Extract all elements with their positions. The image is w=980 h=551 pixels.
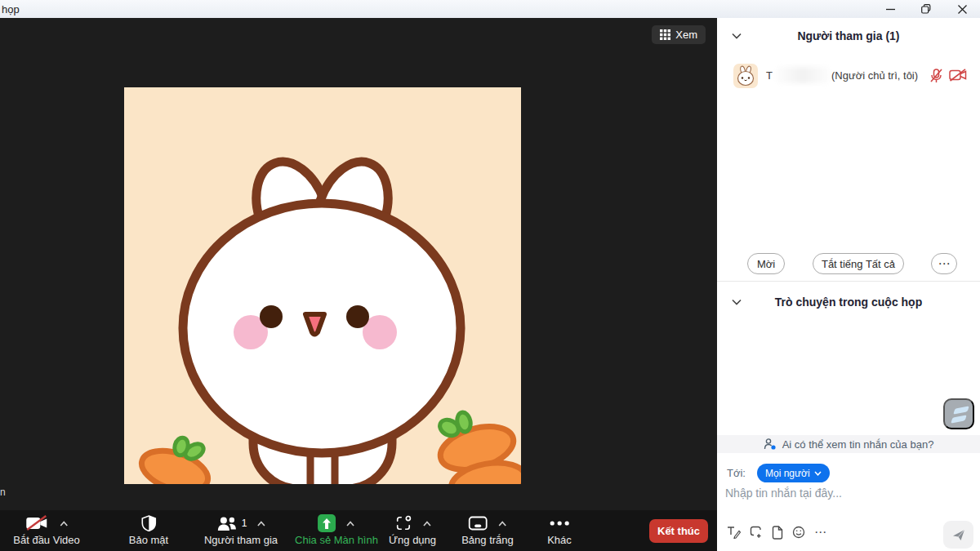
widget-glyph-icon <box>951 415 967 423</box>
meeting-toolbar: Bắt đầu Video Bảo mật <box>0 510 717 551</box>
apps-label: Ứng dụng <box>389 534 436 546</box>
share-screen-label: Chia sẻ Màn hình <box>295 534 378 546</box>
chat-to-label: Tới: <box>727 467 746 479</box>
chat-compose-toolbar: ⋯ <box>727 525 826 540</box>
format-text-icon[interactable] <box>727 526 741 539</box>
file-icon[interactable] <box>772 526 783 540</box>
participant-name-redaction <box>776 67 830 83</box>
apps-button[interactable]: Ứng dụng <box>389 510 436 551</box>
send-icon <box>952 529 965 541</box>
participant-row[interactable]: T (Người chủ trì, tôi) <box>717 62 980 90</box>
bunny-video-feed <box>124 87 521 484</box>
minimize-button[interactable] <box>872 0 908 18</box>
window-controls <box>872 0 980 18</box>
participants-count-badge: 1 <box>242 518 247 529</box>
chat-privacy-band[interactable]: Ai có thể xem tin nhắn của bạn? <box>717 435 980 453</box>
emoji-icon[interactable] <box>792 526 805 539</box>
participant-role: (Người chủ trì, tôi) <box>831 69 918 82</box>
security-button[interactable]: Bảo mật <box>129 510 168 551</box>
screenshot-icon[interactable] <box>750 526 763 539</box>
compose-more-button[interactable]: ⋯ <box>814 525 826 540</box>
send-message-button[interactable] <box>943 521 973 549</box>
participant-avatar <box>733 64 758 88</box>
more-label: Khác <box>547 534 572 546</box>
participants-icon <box>216 516 238 531</box>
camera-off-icon <box>24 515 49 531</box>
floating-widget-button[interactable] <box>943 398 974 429</box>
chat-recipient-value: Mọi người <box>765 468 810 479</box>
sidebar: Người tham gia (1) T (Người chủ trì, tôi… <box>717 18 980 551</box>
chevron-up-icon[interactable] <box>498 521 506 527</box>
mute-all-button[interactable]: Tắt tiếng Tất cả <box>813 253 904 274</box>
view-button-label: Xem <box>675 29 697 41</box>
person-privacy-icon <box>764 438 777 450</box>
titlebar: họp <box>0 0 980 18</box>
chevron-down-icon <box>814 471 822 476</box>
whiteboard-label: Bảng trắng <box>461 534 514 546</box>
participant-name: T <box>766 69 773 82</box>
start-video-label: Bắt đầu Video <box>13 534 79 546</box>
whiteboard-button[interactable]: Bảng trắng <box>461 510 514 551</box>
end-meeting-button[interactable]: Kết thúc <box>649 519 708 543</box>
restore-icon <box>921 4 931 14</box>
chat-panel-title: Trò chuyện trong cuộc họp <box>717 295 980 309</box>
chevron-up-icon[interactable] <box>347 521 355 527</box>
bunny-illustration <box>124 87 521 484</box>
participants-more-button[interactable]: ⋯ <box>931 253 957 274</box>
chevron-up-icon[interactable] <box>257 521 265 527</box>
more-dots-icon <box>550 521 569 526</box>
chevron-up-icon[interactable] <box>60 521 68 527</box>
window-title: họp <box>0 3 20 16</box>
grid-view-icon <box>660 29 670 40</box>
video-area: Xem <box>0 18 717 551</box>
close-icon <box>958 5 967 14</box>
chat-to-row: Tới: Mọi người <box>727 464 830 482</box>
chat-message-input[interactable] <box>725 487 962 500</box>
participants-button[interactable]: 1 Người tham gia <box>204 510 278 551</box>
chevron-up-icon[interactable] <box>423 521 431 527</box>
chat-privacy-text: Ai có thể xem tin nhắn của bạn? <box>782 438 934 451</box>
zoom-meeting-window: họp Xem <box>0 0 980 551</box>
participants-label: Người tham gia <box>204 534 278 546</box>
widget-glyph-icon <box>953 406 969 414</box>
security-label: Bảo mật <box>129 534 168 546</box>
invite-button[interactable]: Mời <box>747 253 785 274</box>
apps-icon <box>394 515 412 531</box>
camera-off-icon <box>949 69 967 82</box>
whiteboard-icon <box>468 516 488 531</box>
mic-muted-icon <box>930 69 942 83</box>
view-button[interactable]: Xem <box>652 25 706 44</box>
close-button[interactable] <box>944 0 980 18</box>
share-screen-button[interactable]: Chia sẻ Màn hình <box>295 510 378 551</box>
cropped-name-label: n <box>0 487 6 498</box>
panel-divider <box>717 281 980 282</box>
participants-actions: Mời Tắt tiếng Tất cả ⋯ <box>717 253 980 276</box>
chat-recipient-dropdown[interactable]: Mọi người <box>757 464 830 482</box>
shield-icon <box>140 515 156 531</box>
share-screen-icon <box>318 514 336 532</box>
start-video-button[interactable]: Bắt đầu Video <box>13 510 79 551</box>
more-button[interactable]: Khác <box>547 510 572 551</box>
participants-panel-title: Người tham gia (1) <box>717 29 980 42</box>
restore-button[interactable] <box>908 0 944 18</box>
minimize-icon <box>886 5 895 14</box>
